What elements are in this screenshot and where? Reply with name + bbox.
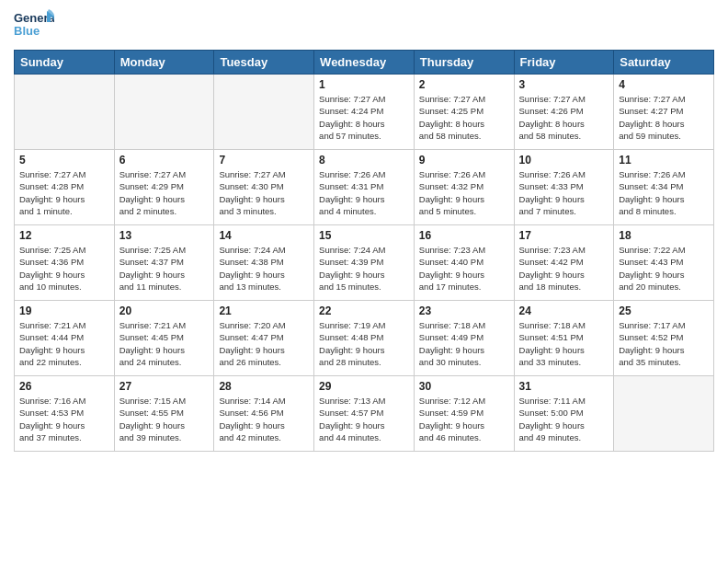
day-number: 27 bbox=[119, 380, 210, 393]
day-info: Sunrise: 7:23 AM Sunset: 4:40 PM Dayligh… bbox=[419, 244, 509, 293]
calendar-cell-w5-d7 bbox=[614, 376, 714, 452]
day-info: Sunrise: 7:16 AM Sunset: 4:53 PM Dayligh… bbox=[19, 395, 109, 443]
day-info: Sunrise: 7:24 AM Sunset: 4:39 PM Dayligh… bbox=[319, 244, 409, 293]
header-monday: Monday bbox=[114, 51, 214, 75]
header-sunday: Sunday bbox=[15, 51, 115, 75]
calendar-cell-w1-d5: 2Sunrise: 7:27 AM Sunset: 4:25 PM Daylig… bbox=[414, 75, 514, 150]
day-number: 29 bbox=[319, 380, 409, 393]
calendar-cell-w5-d1: 26Sunrise: 7:16 AM Sunset: 4:53 PM Dayli… bbox=[15, 376, 115, 452]
day-info: Sunrise: 7:15 AM Sunset: 4:55 PM Dayligh… bbox=[119, 395, 210, 443]
day-info: Sunrise: 7:19 AM Sunset: 4:48 PM Dayligh… bbox=[319, 319, 409, 368]
day-number: 31 bbox=[519, 380, 609, 393]
day-info: Sunrise: 7:20 AM Sunset: 4:47 PM Dayligh… bbox=[219, 319, 309, 368]
day-info: Sunrise: 7:21 AM Sunset: 4:44 PM Dayligh… bbox=[19, 319, 109, 368]
week-row-4: 19Sunrise: 7:21 AM Sunset: 4:44 PM Dayli… bbox=[15, 301, 714, 376]
day-info: Sunrise: 7:23 AM Sunset: 4:42 PM Dayligh… bbox=[519, 244, 609, 293]
day-number: 16 bbox=[419, 229, 509, 242]
week-row-3: 12Sunrise: 7:25 AM Sunset: 4:36 PM Dayli… bbox=[15, 225, 714, 301]
day-number: 4 bbox=[619, 78, 709, 91]
day-number: 18 bbox=[619, 229, 709, 242]
main-container: General Blue Sunday Monday Tuesday Wedne… bbox=[0, 0, 728, 456]
day-number: 24 bbox=[519, 304, 609, 317]
day-number: 22 bbox=[319, 304, 409, 317]
day-number: 20 bbox=[119, 304, 210, 317]
day-info: Sunrise: 7:17 AM Sunset: 4:52 PM Dayligh… bbox=[619, 319, 709, 368]
day-info: Sunrise: 7:24 AM Sunset: 4:38 PM Dayligh… bbox=[219, 244, 309, 293]
header-saturday: Saturday bbox=[614, 51, 714, 75]
day-info: Sunrise: 7:14 AM Sunset: 4:56 PM Dayligh… bbox=[219, 395, 309, 443]
day-number: 13 bbox=[119, 229, 210, 242]
calendar-cell-w2-d5: 9Sunrise: 7:26 AM Sunset: 4:32 PM Daylig… bbox=[414, 150, 514, 225]
calendar-cell-w4-d1: 19Sunrise: 7:21 AM Sunset: 4:44 PM Dayli… bbox=[15, 301, 115, 376]
day-info: Sunrise: 7:26 AM Sunset: 4:34 PM Dayligh… bbox=[619, 168, 709, 217]
day-number: 17 bbox=[519, 229, 609, 242]
week-row-2: 5Sunrise: 7:27 AM Sunset: 4:28 PM Daylig… bbox=[15, 150, 714, 225]
day-info: Sunrise: 7:27 AM Sunset: 4:29 PM Dayligh… bbox=[119, 168, 210, 217]
calendar-cell-w3-d3: 14Sunrise: 7:24 AM Sunset: 4:38 PM Dayli… bbox=[214, 225, 314, 301]
calendar-cell-w2-d3: 7Sunrise: 7:27 AM Sunset: 4:30 PM Daylig… bbox=[214, 150, 314, 225]
calendar-cell-w1-d7: 4Sunrise: 7:27 AM Sunset: 4:27 PM Daylig… bbox=[614, 75, 714, 150]
calendar-cell-w1-d6: 3Sunrise: 7:27 AM Sunset: 4:26 PM Daylig… bbox=[514, 75, 614, 150]
calendar-cell-w1-d2 bbox=[114, 75, 214, 150]
day-info: Sunrise: 7:25 AM Sunset: 4:37 PM Dayligh… bbox=[119, 244, 210, 293]
calendar-cell-w3-d2: 13Sunrise: 7:25 AM Sunset: 4:37 PM Dayli… bbox=[114, 225, 214, 301]
calendar-cell-w2-d4: 8Sunrise: 7:26 AM Sunset: 4:31 PM Daylig… bbox=[314, 150, 415, 225]
calendar-cell-w1-d4: 1Sunrise: 7:27 AM Sunset: 4:24 PM Daylig… bbox=[314, 75, 415, 150]
calendar-table: Sunday Monday Tuesday Wednesday Thursday… bbox=[14, 50, 714, 452]
day-info: Sunrise: 7:12 AM Sunset: 4:59 PM Dayligh… bbox=[419, 395, 509, 443]
calendar-cell-w4-d6: 24Sunrise: 7:18 AM Sunset: 4:51 PM Dayli… bbox=[514, 301, 614, 376]
calendar-cell-w2-d2: 6Sunrise: 7:27 AM Sunset: 4:29 PM Daylig… bbox=[114, 150, 214, 225]
calendar-cell-w1-d3 bbox=[214, 75, 314, 150]
day-info: Sunrise: 7:13 AM Sunset: 4:57 PM Dayligh… bbox=[319, 395, 409, 443]
day-number: 3 bbox=[519, 78, 609, 91]
header-thursday: Thursday bbox=[414, 51, 514, 75]
calendar-cell-w1-d1 bbox=[15, 75, 115, 150]
calendar-cell-w3-d4: 15Sunrise: 7:24 AM Sunset: 4:39 PM Dayli… bbox=[314, 225, 415, 301]
calendar-cell-w5-d6: 31Sunrise: 7:11 AM Sunset: 5:00 PM Dayli… bbox=[514, 376, 614, 452]
day-number: 23 bbox=[419, 304, 509, 317]
day-number: 7 bbox=[219, 154, 309, 167]
day-number: 6 bbox=[119, 154, 210, 167]
day-info: Sunrise: 7:25 AM Sunset: 4:36 PM Dayligh… bbox=[19, 244, 109, 293]
logo-svg: General Blue bbox=[14, 9, 54, 42]
day-number: 5 bbox=[19, 154, 109, 167]
calendar-cell-w3-d5: 16Sunrise: 7:23 AM Sunset: 4:40 PM Dayli… bbox=[414, 225, 514, 301]
day-number: 14 bbox=[219, 229, 309, 242]
day-info: Sunrise: 7:11 AM Sunset: 5:00 PM Dayligh… bbox=[519, 395, 609, 443]
week-row-1: 1Sunrise: 7:27 AM Sunset: 4:24 PM Daylig… bbox=[15, 75, 714, 150]
day-number: 1 bbox=[319, 78, 409, 91]
header-friday: Friday bbox=[514, 51, 614, 75]
week-row-5: 26Sunrise: 7:16 AM Sunset: 4:53 PM Dayli… bbox=[15, 376, 714, 452]
calendar-cell-w2-d1: 5Sunrise: 7:27 AM Sunset: 4:28 PM Daylig… bbox=[15, 150, 115, 225]
calendar-cell-w5-d4: 29Sunrise: 7:13 AM Sunset: 4:57 PM Dayli… bbox=[314, 376, 415, 452]
day-number: 2 bbox=[419, 78, 509, 91]
svg-text:Blue: Blue bbox=[14, 24, 40, 38]
day-info: Sunrise: 7:27 AM Sunset: 4:26 PM Dayligh… bbox=[519, 93, 609, 142]
day-info: Sunrise: 7:26 AM Sunset: 4:33 PM Dayligh… bbox=[519, 168, 609, 217]
day-info: Sunrise: 7:21 AM Sunset: 4:45 PM Dayligh… bbox=[119, 319, 210, 368]
day-info: Sunrise: 7:18 AM Sunset: 4:49 PM Dayligh… bbox=[419, 319, 509, 368]
day-number: 30 bbox=[419, 380, 509, 393]
day-number: 15 bbox=[319, 229, 409, 242]
day-number: 9 bbox=[419, 154, 509, 167]
day-info: Sunrise: 7:27 AM Sunset: 4:30 PM Dayligh… bbox=[219, 168, 309, 217]
weekday-header-row: Sunday Monday Tuesday Wednesday Thursday… bbox=[15, 51, 714, 75]
day-info: Sunrise: 7:26 AM Sunset: 4:31 PM Dayligh… bbox=[319, 168, 409, 217]
calendar-cell-w3-d6: 17Sunrise: 7:23 AM Sunset: 4:42 PM Dayli… bbox=[514, 225, 614, 301]
header: General Blue bbox=[14, 9, 714, 42]
day-number: 25 bbox=[619, 304, 709, 317]
day-info: Sunrise: 7:27 AM Sunset: 4:28 PM Dayligh… bbox=[19, 168, 109, 217]
calendar-cell-w3-d1: 12Sunrise: 7:25 AM Sunset: 4:36 PM Dayli… bbox=[15, 225, 115, 301]
calendar-cell-w5-d2: 27Sunrise: 7:15 AM Sunset: 4:55 PM Dayli… bbox=[114, 376, 214, 452]
day-info: Sunrise: 7:18 AM Sunset: 4:51 PM Dayligh… bbox=[519, 319, 609, 368]
calendar-cell-w2-d7: 11Sunrise: 7:26 AM Sunset: 4:34 PM Dayli… bbox=[614, 150, 714, 225]
day-number: 12 bbox=[19, 229, 109, 242]
day-info: Sunrise: 7:27 AM Sunset: 4:25 PM Dayligh… bbox=[419, 93, 509, 142]
calendar-cell-w2-d6: 10Sunrise: 7:26 AM Sunset: 4:33 PM Dayli… bbox=[514, 150, 614, 225]
header-tuesday: Tuesday bbox=[214, 51, 314, 75]
day-number: 28 bbox=[219, 380, 309, 393]
day-info: Sunrise: 7:27 AM Sunset: 4:27 PM Dayligh… bbox=[619, 93, 709, 142]
calendar-cell-w3-d7: 18Sunrise: 7:22 AM Sunset: 4:43 PM Dayli… bbox=[614, 225, 714, 301]
header-wednesday: Wednesday bbox=[314, 51, 415, 75]
calendar-cell-w4-d7: 25Sunrise: 7:17 AM Sunset: 4:52 PM Dayli… bbox=[614, 301, 714, 376]
